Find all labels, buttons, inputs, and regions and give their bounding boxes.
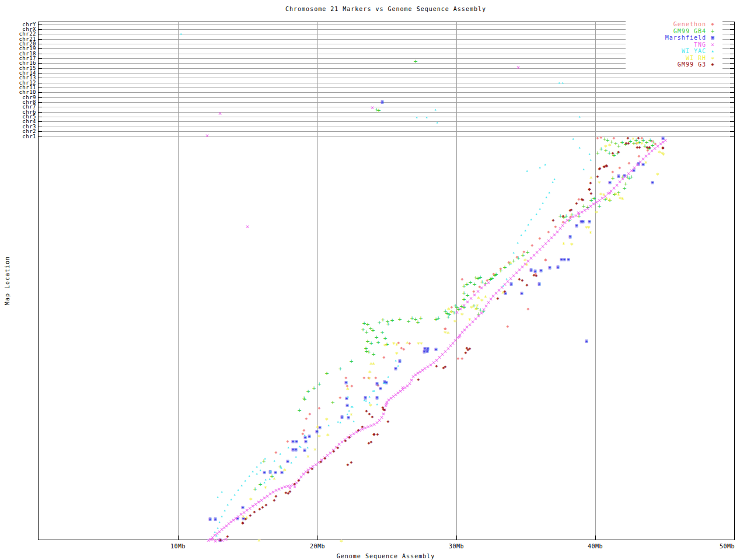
data-point-tng: × xyxy=(487,279,491,286)
legend-label: TNG xyxy=(694,41,706,48)
data-point-wi-yac: ▴ xyxy=(376,402,379,407)
chromosome-row-tick-right xyxy=(730,97,734,98)
data-point-gm99-gb4: + xyxy=(371,327,375,334)
data-point-wi-rh: ∗ xyxy=(368,369,372,375)
x-gridline xyxy=(178,22,179,540)
data-point-wi-yac: ▴ xyxy=(268,477,271,481)
data-point-marshfield: ▣ xyxy=(295,447,298,452)
data-point-gm99-gb4: + xyxy=(312,385,316,391)
chromosome-row-tick-right xyxy=(730,117,734,117)
data-point-wi-rh: ∗ xyxy=(249,496,253,502)
data-point-wi-yac: ▴ xyxy=(237,488,240,492)
chromosome-row-tick-left xyxy=(38,92,42,93)
legend-entry-wi-yac: WI YAC▴ xyxy=(626,48,719,54)
legend-marker-icon: × xyxy=(706,42,719,47)
data-point-gm99-gb4: + xyxy=(377,107,381,114)
legend-entry-tng: TNG× xyxy=(626,41,719,48)
chromosome-row-tick-left xyxy=(38,88,42,88)
data-point-wi-rh: ∗ xyxy=(257,537,261,544)
data-point-gm99-g3: ◈ xyxy=(497,296,500,301)
legend-marker-icon: ◈ xyxy=(706,22,719,27)
data-point-gm99-gb4: + xyxy=(338,366,343,372)
data-point-wi-rh: ∗ xyxy=(589,229,593,236)
data-point-wi-rh: ∗ xyxy=(644,159,648,166)
data-point-gm99-g3: ◈ xyxy=(324,456,327,461)
data-point-wi-yac: ▴ xyxy=(502,284,505,288)
data-point-gm99-gb4: + xyxy=(317,381,322,387)
data-point-wi-rh: ∗ xyxy=(325,416,329,422)
data-point-gm99-gb4: + xyxy=(350,358,354,365)
data-point-wi-yac: ▴ xyxy=(542,201,544,205)
legend-marker-icon: + xyxy=(706,29,719,34)
data-point-gm99-gb4: + xyxy=(364,345,368,352)
data-point-genethon: ◈ xyxy=(375,376,378,380)
data-point-wi-yac: ▴ xyxy=(578,114,581,119)
chromosome-row-tick-right xyxy=(730,127,734,127)
data-point-wi-rh: ∗ xyxy=(383,342,388,348)
data-point-tng: × xyxy=(664,137,668,144)
data-point-gm99-g3: ◈ xyxy=(361,425,364,429)
data-point-tng: × xyxy=(371,104,375,111)
data-point-wi-rh: ∗ xyxy=(589,174,594,181)
data-point-gm99-g3: ◈ xyxy=(467,348,470,352)
data-point-genethon: ◈ xyxy=(275,450,278,455)
chromosome-row-tick-left xyxy=(38,68,42,69)
data-point-gm99-g3: ◈ xyxy=(348,435,351,440)
data-point-gm99-g3: ◈ xyxy=(648,145,651,150)
data-point-gm99-gb4: + xyxy=(259,481,263,488)
data-point-wi-yac: ▴ xyxy=(539,206,542,211)
data-point-marshfield: ▣ xyxy=(609,180,612,185)
data-point-gm99-g3: ◈ xyxy=(275,494,278,499)
data-point-wi-yac: ▴ xyxy=(527,222,530,227)
data-point-gm99-gb4: + xyxy=(516,255,521,261)
chromosome-row-tick-left xyxy=(38,131,42,132)
data-point-gm99-gb4: + xyxy=(437,315,441,321)
data-point-genethon: ◈ xyxy=(457,356,460,361)
x-tick-mark xyxy=(456,536,457,540)
data-point-wi-rh: ∗ xyxy=(369,402,373,408)
data-point-wi-yac: ▴ xyxy=(558,80,561,85)
data-point-genethon: ◈ xyxy=(596,136,599,141)
data-point-wi-yac: ▴ xyxy=(230,497,233,502)
data-point-genethon: ◈ xyxy=(461,356,464,361)
chromosome-row-line xyxy=(39,83,734,83)
plot-border-right xyxy=(734,22,735,540)
data-point-gm99-gb4: + xyxy=(599,146,603,152)
data-point-wi-rh: ∗ xyxy=(453,318,458,324)
chromosome-row-line xyxy=(39,117,734,117)
data-point-wi-yac: ▴ xyxy=(279,452,282,456)
data-point-gm99-g3: ◈ xyxy=(599,166,602,171)
data-point-wi-yac: ▴ xyxy=(280,466,283,470)
chromosome-row-line xyxy=(39,112,734,113)
data-point-gm99-gb4: + xyxy=(414,58,418,65)
chromosome-row-tick-right xyxy=(730,73,734,74)
data-point-wi-yac: ▴ xyxy=(578,145,581,150)
data-point-wi-yac: ▴ xyxy=(352,419,355,424)
chromosome-row-tick-right xyxy=(730,102,734,103)
data-point-genethon: ◈ xyxy=(318,406,321,411)
data-point-gm99-g3: ◈ xyxy=(435,364,438,369)
data-point-wi-rh: ∗ xyxy=(395,341,399,348)
data-point-marshfield: ▣ xyxy=(209,517,212,522)
data-point-wi-yac: ▴ xyxy=(372,388,375,393)
data-point-genethon: ◈ xyxy=(309,412,312,416)
chromosome-row-tick-left xyxy=(38,54,42,54)
data-point-gm99-gb4: + xyxy=(386,321,390,327)
data-point-wi-yac: ▴ xyxy=(516,240,519,245)
data-point-genethon: ◈ xyxy=(305,416,308,421)
chromosome-row-tick-right xyxy=(730,44,734,44)
data-point-gm99-g3: ◈ xyxy=(589,181,592,186)
data-point-wi-rh: ∗ xyxy=(468,316,472,323)
chromosome-row-line xyxy=(39,92,734,93)
data-point-wi-yac: ▴ xyxy=(434,107,437,112)
data-point-marshfield: ▣ xyxy=(582,219,585,224)
data-point-genethon: ◈ xyxy=(363,376,366,380)
data-point-marshfield: ▣ xyxy=(521,291,523,296)
data-point-genethon: ◈ xyxy=(287,439,289,444)
chromosome-row-line xyxy=(39,102,734,103)
data-point-wi-yac: ▴ xyxy=(436,120,439,125)
data-point-wi-yac: ▴ xyxy=(215,533,218,538)
data-point-tng: × xyxy=(218,110,222,117)
chromosome-row-line xyxy=(39,97,734,98)
legend-entry-gm99-g3: GM99 G3◈ xyxy=(626,61,719,68)
